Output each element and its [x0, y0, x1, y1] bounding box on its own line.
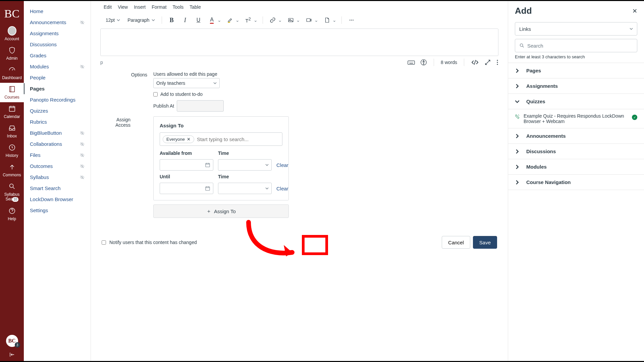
link-search-input[interactable]: Search [515, 39, 637, 52]
acc-assignments[interactable]: Assignments [508, 78, 644, 94]
editors-select[interactable]: Only teachers [153, 78, 220, 88]
course-nav-item[interactable]: Rubrics [24, 116, 91, 127]
course-nav-item[interactable]: Announcements [24, 17, 91, 28]
nav-commons[interactable]: Commons [0, 161, 24, 180]
more-status-button[interactable] [496, 59, 498, 65]
acc-quizzes[interactable]: Quizzes [508, 94, 644, 109]
html-view-button[interactable] [471, 59, 479, 65]
svg-point-21 [497, 60, 498, 61]
italic-button[interactable]: I [180, 15, 190, 25]
course-nav-item[interactable]: Syllabus [24, 172, 91, 183]
underline-button[interactable]: U [194, 15, 204, 25]
assign-to-input[interactable]: Everyone ✕ [160, 132, 282, 146]
course-nav-item[interactable]: Files [24, 149, 91, 161]
menu-table[interactable]: Table [190, 4, 201, 10]
available-from-date[interactable] [160, 159, 213, 171]
cancel-button[interactable]: Cancel [442, 236, 470, 249]
menu-view[interactable]: View [118, 4, 128, 10]
course-nav-item[interactable]: LockDown Browser [24, 194, 91, 205]
until-time[interactable] [218, 183, 272, 194]
collapse-nav-button[interactable] [8, 348, 16, 361]
acc-pages[interactable]: Pages [508, 63, 644, 78]
clear-from-button[interactable]: Clear [276, 162, 293, 168]
text-color-button[interactable]: A ⌄ [207, 15, 222, 25]
clear-until-button[interactable]: Clear [276, 186, 293, 191]
nav-history[interactable]: History [0, 141, 24, 161]
acc-modules[interactable]: Modules [508, 159, 644, 175]
accessibility-icon[interactable] [420, 59, 427, 66]
app-logo[interactable]: BC [0, 3, 24, 24]
highlight-button[interactable]: ⌄ [225, 15, 240, 25]
acc-discussions[interactable]: Discussions [508, 144, 644, 159]
nav-dashboard[interactable]: Dashboard [0, 63, 24, 83]
link-type-select[interactable]: Links [515, 22, 637, 36]
element-path[interactable]: p [100, 60, 103, 65]
svg-rect-1 [9, 107, 15, 112]
help-icon [8, 206, 16, 215]
close-panel-button[interactable]: ✕ [632, 7, 637, 15]
nav-account[interactable]: Account [0, 24, 24, 44]
course-nav-item[interactable]: Quizzes [24, 105, 91, 116]
course-nav-item[interactable]: BigBlueButton [24, 127, 91, 138]
course-nav-item[interactable]: Modules [24, 61, 91, 72]
nav-admin[interactable]: Admin [0, 44, 24, 63]
profile-chip[interactable]: BC 3 [6, 335, 18, 347]
course-nav-label: Syllabus [30, 174, 49, 180]
course-nav-item[interactable]: Grades [24, 50, 91, 61]
assign-search-input[interactable] [197, 136, 279, 142]
plus-icon: ＋ [206, 208, 211, 215]
nav-label: Admin [6, 56, 17, 61]
course-nav-label: Quizzes [30, 108, 48, 114]
add-assign-to-button[interactable]: ＋ Assign To [153, 204, 289, 218]
acc-announcements[interactable]: Announcements [508, 128, 644, 144]
link-button[interactable]: ⌄ [268, 15, 282, 25]
more-toolbar-button[interactable] [346, 15, 357, 25]
save-button[interactable]: Save [473, 236, 497, 249]
font-size-select[interactable]: 12pt [104, 16, 122, 24]
course-nav-item[interactable]: Outcomes [24, 161, 91, 172]
notify-row[interactable]: Notify users that this content has chang… [102, 240, 197, 245]
block-type-select[interactable]: Paragraph [125, 16, 157, 24]
course-nav-label: Pages [30, 86, 45, 92]
todo-checkbox[interactable] [153, 92, 158, 97]
course-nav-item[interactable]: Collaborations [24, 138, 91, 149]
course-nav-item[interactable]: Discussions [24, 39, 91, 50]
menu-tools[interactable]: Tools [173, 4, 184, 10]
course-nav-item[interactable]: Smart Search [24, 183, 91, 194]
menu-insert[interactable]: Insert [134, 4, 146, 10]
menu-format[interactable]: Format [152, 4, 166, 10]
todo-checkbox-row[interactable]: Add to student to-do [153, 92, 345, 97]
nav-calendar[interactable]: Calendar [0, 102, 24, 122]
fullscreen-button[interactable] [484, 59, 491, 66]
course-nav-item[interactable]: Panopto Recordings [24, 94, 91, 105]
publish-at-input[interactable] [177, 100, 224, 112]
remove-tag-icon[interactable]: ✕ [187, 137, 191, 142]
nav-syllabus-search[interactable]: Syllabus Search [0, 180, 24, 204]
course-nav-item[interactable]: People [24, 72, 91, 83]
nav-inbox[interactable]: Inbox [0, 122, 24, 141]
course-nav-item[interactable]: Assignments [24, 28, 91, 39]
keyboard-icon[interactable] [408, 59, 415, 65]
svg-point-20 [423, 61, 424, 62]
course-nav-label: LockDown Browser [30, 196, 73, 202]
course-nav-item[interactable]: Settings [24, 205, 91, 216]
menu-edit[interactable]: Edit [104, 4, 112, 10]
until-date[interactable] [160, 183, 213, 194]
image-button[interactable]: ⌄ [286, 15, 301, 25]
svg-rect-0 [9, 86, 14, 92]
course-nav-item[interactable]: Pages [24, 83, 91, 94]
rich-text-editor[interactable] [100, 28, 498, 56]
acc-course-navigation[interactable]: Course Navigation [508, 175, 644, 190]
assign-tag[interactable]: Everyone ✕ [163, 135, 194, 143]
nav-help[interactable]: 10 Help [0, 204, 24, 224]
quiz-link-item[interactable]: Example Quiz - Requires Respondus LockDo… [508, 109, 644, 128]
superscript-button[interactable]: T2 ⌄ [243, 15, 258, 25]
course-nav-item[interactable]: Home [24, 6, 91, 17]
notify-checkbox[interactable] [102, 240, 106, 245]
nav-courses[interactable]: Courses [0, 83, 24, 102]
bold-button[interactable]: B [167, 15, 177, 25]
document-button[interactable]: ⌄ [322, 15, 337, 25]
options-label: Options [100, 71, 147, 112]
available-from-time[interactable] [218, 159, 272, 171]
media-button[interactable]: ⌄ [304, 15, 319, 25]
